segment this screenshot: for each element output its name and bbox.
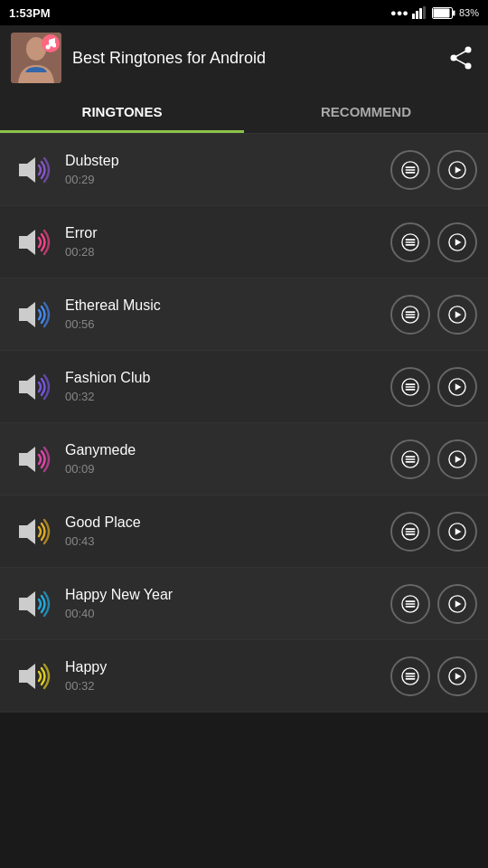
song-info: Fashion Club 00:32 <box>56 370 390 403</box>
svg-marker-44 <box>19 447 35 472</box>
svg-rect-41 <box>406 389 416 391</box>
share-icon <box>448 45 474 71</box>
signal-bars-icon <box>412 6 428 19</box>
svg-rect-68 <box>406 675 416 677</box>
list-item: Happy 00:32 <box>0 640 488 712</box>
song-controls <box>390 584 477 624</box>
speaker-icon <box>11 147 56 193</box>
svg-rect-47 <box>406 458 416 460</box>
svg-marker-36 <box>455 311 462 317</box>
svg-rect-53 <box>406 528 416 530</box>
svg-rect-5 <box>453 10 455 15</box>
svg-rect-46 <box>406 456 416 458</box>
speaker-icon <box>11 654 56 699</box>
song-name: Happy <box>65 659 381 675</box>
play-button[interactable] <box>437 512 477 552</box>
svg-marker-29 <box>455 239 462 245</box>
speaker-icon <box>11 509 56 554</box>
song-duration: 00:09 <box>65 462 381 476</box>
svg-marker-30 <box>19 302 35 327</box>
svg-rect-0 <box>412 14 415 19</box>
song-name: Ethereal Music <box>65 297 381 314</box>
status-icons: ●●● 83% <box>390 6 479 19</box>
song-name: Error <box>65 225 381 241</box>
svg-marker-16 <box>19 157 35 183</box>
list-item: Error 00:28 <box>0 206 488 278</box>
music-note-icon <box>45 37 56 50</box>
list-item: Good Place 00:43 <box>0 495 488 568</box>
play-button[interactable] <box>437 150 477 190</box>
svg-rect-60 <box>406 600 416 602</box>
status-time: 1:53PM <box>9 6 51 20</box>
menu-button[interactable] <box>390 439 430 479</box>
svg-marker-50 <box>455 456 462 462</box>
song-duration: 00:29 <box>65 173 381 186</box>
menu-button[interactable] <box>390 222 430 262</box>
svg-rect-1 <box>416 11 418 19</box>
list-item: Ethereal Music 00:56 <box>0 278 488 351</box>
menu-button[interactable] <box>390 295 430 335</box>
play-button[interactable] <box>437 584 477 624</box>
svg-rect-48 <box>406 461 416 463</box>
svg-marker-71 <box>455 673 462 679</box>
tab-ringtones[interactable]: RINGTONES <box>0 90 244 133</box>
song-name: Fashion Club <box>65 370 381 386</box>
play-button[interactable] <box>437 367 477 407</box>
svg-rect-40 <box>406 386 416 388</box>
svg-rect-61 <box>406 603 416 605</box>
svg-rect-33 <box>406 314 416 316</box>
song-list: Dubstep 00:29 <box>0 134 488 712</box>
song-name: Good Place <box>65 514 381 531</box>
song-duration: 00:28 <box>65 245 381 259</box>
song-info: Ethereal Music 00:56 <box>56 297 390 331</box>
svg-rect-19 <box>406 169 416 171</box>
app-header: Best Ringtones for Android <box>0 25 488 90</box>
battery-icon <box>432 7 455 19</box>
song-controls <box>390 656 477 696</box>
app-title: Best Ringtones for Android <box>72 49 266 68</box>
svg-point-11 <box>465 47 472 53</box>
speaker-icon <box>11 364 56 410</box>
list-item: Dubstep 00:29 <box>0 134 488 206</box>
play-button[interactable] <box>437 295 477 335</box>
menu-button[interactable] <box>390 656 430 696</box>
svg-rect-55 <box>406 533 416 535</box>
song-controls <box>390 222 477 262</box>
play-button[interactable] <box>437 656 477 696</box>
header-left: Best Ringtones for Android <box>11 33 266 83</box>
menu-button[interactable] <box>390 150 430 190</box>
menu-button[interactable] <box>390 367 430 407</box>
svg-marker-51 <box>19 519 35 544</box>
svg-rect-6 <box>433 8 449 17</box>
list-item: Ganymede 00:09 <box>0 423 488 495</box>
song-duration: 00:40 <box>65 607 381 620</box>
svg-marker-57 <box>455 528 462 534</box>
menu-button[interactable] <box>390 512 430 552</box>
svg-rect-39 <box>406 383 416 385</box>
song-name: Happy New Year <box>65 587 381 603</box>
list-item: Happy New Year 00:40 <box>0 568 488 640</box>
song-duration: 00:56 <box>65 317 381 331</box>
speaker-icon <box>11 292 56 337</box>
speaker-icon <box>11 437 56 482</box>
tab-recommend[interactable]: RECOMMEND <box>244 90 488 133</box>
svg-marker-37 <box>19 374 35 400</box>
svg-rect-69 <box>406 678 416 680</box>
svg-line-15 <box>456 60 466 65</box>
song-info: Happy 00:32 <box>56 659 390 693</box>
song-controls <box>390 439 477 479</box>
song-info: Happy New Year 00:40 <box>56 587 390 620</box>
menu-button[interactable] <box>390 584 430 624</box>
svg-marker-58 <box>19 591 35 617</box>
song-controls <box>390 367 477 407</box>
play-button[interactable] <box>437 439 477 479</box>
share-button[interactable] <box>445 42 477 74</box>
song-controls <box>390 512 477 552</box>
svg-marker-65 <box>19 664 35 689</box>
svg-point-13 <box>465 63 472 70</box>
svg-rect-20 <box>406 172 416 174</box>
list-item: Fashion Club 00:32 <box>0 351 488 423</box>
speaker-icon <box>11 581 56 627</box>
svg-marker-23 <box>19 230 35 255</box>
play-button[interactable] <box>437 222 477 262</box>
